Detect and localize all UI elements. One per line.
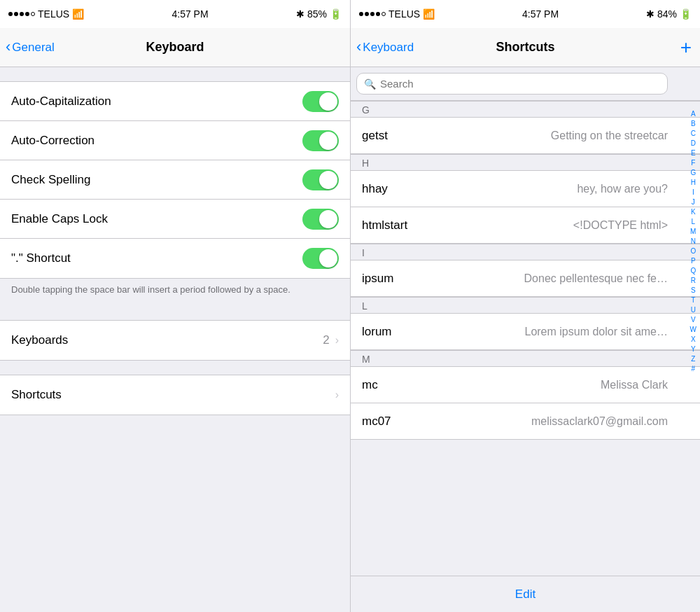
edit-button[interactable]: Edit xyxy=(515,587,536,601)
status-bar-left: TELUS 📶 4:57 PM ✱ 85% 🔋 xyxy=(0,0,350,28)
alpha-letter-U[interactable]: U xyxy=(688,305,699,315)
alpha-letter-O[interactable]: O xyxy=(688,246,699,256)
alpha-letter-B[interactable]: B xyxy=(688,119,699,129)
alpha-letter-X[interactable]: X xyxy=(688,335,699,345)
shortcut-row[interactable]: lorumLorem ipsum dolor sit ame… xyxy=(351,314,700,350)
toggle-check-spelling[interactable] xyxy=(302,169,339,190)
alpha-letter-M[interactable]: M xyxy=(688,227,699,237)
row-caps-lock[interactable]: Enable Caps Lock xyxy=(0,200,350,239)
alpha-letter-N[interactable]: N xyxy=(688,237,699,246)
alphabet-index: ABCDEFGHIJKLMNOPQRSTUVWXYZ# xyxy=(688,109,699,374)
signal-dot-4 xyxy=(25,12,29,16)
alpha-letter-Q[interactable]: Q xyxy=(688,266,699,276)
row-auto-cap[interactable]: Auto-Capitalization xyxy=(0,82,350,121)
alpha-letter-R[interactable]: R xyxy=(688,276,699,286)
shortcut-value: Getting on the streetcar xyxy=(439,130,689,142)
alpha-letter-A[interactable]: A xyxy=(688,109,699,119)
shortcuts-right: › xyxy=(335,389,339,401)
alpha-letter-J[interactable]: J xyxy=(688,197,699,207)
signal-dots xyxy=(8,12,35,16)
back-button-right[interactable]: ‹ Keyboard xyxy=(356,41,414,55)
status-right-right: ✱ 84% 🔋 xyxy=(646,8,692,20)
signal-dot-1 xyxy=(8,12,13,16)
shortcut-row[interactable]: htmlstart<!DOCTYPE html> xyxy=(351,207,700,244)
back-button-left[interactable]: ‹ General xyxy=(6,41,55,55)
toggle-auto-cap[interactable] xyxy=(302,91,339,112)
shortcut-row[interactable]: ipsumDonec pellentesque nec fe… xyxy=(351,260,700,297)
alpha-letter-V[interactable]: V xyxy=(688,315,699,325)
status-left: TELUS 📶 xyxy=(8,8,84,20)
label-shortcuts: Shortcuts xyxy=(11,388,62,402)
signal-dot-2 xyxy=(14,12,18,16)
alpha-letter-Z[interactable]: Z xyxy=(688,354,699,364)
toggle-auto-correct[interactable] xyxy=(302,130,339,151)
shortcut-key: getst xyxy=(362,129,439,143)
alpha-letter-G[interactable]: G xyxy=(688,168,699,178)
wifi-icon-right: 📶 xyxy=(423,8,435,20)
battery-pct-left: 85% xyxy=(307,8,327,20)
section-header-L: L xyxy=(351,297,700,314)
row-keyboards[interactable]: Keyboards 2 › xyxy=(0,321,350,360)
shortcuts-group: Shortcuts › xyxy=(0,375,350,415)
search-input[interactable] xyxy=(380,78,660,90)
signal-dots-right xyxy=(359,12,386,16)
signal-dot-3 xyxy=(20,12,24,16)
shortcut-row[interactable]: getstGetting on the streetcar xyxy=(351,118,700,154)
status-bar-right: TELUS 📶 4:57 PM ✱ 84% 🔋 xyxy=(351,0,700,28)
shortcuts-section: Shortcuts › xyxy=(0,375,350,415)
shortcut-row[interactable]: mc07melissaclark07@gmail.com xyxy=(351,403,700,440)
shortcuts-chevron: › xyxy=(335,389,339,401)
shortcut-key: ipsum xyxy=(362,272,439,286)
alpha-letter-H[interactable]: H xyxy=(688,178,699,188)
alpha-letter-F[interactable]: F xyxy=(688,158,699,168)
nav-bar-right: ‹ Keyboard Shortcuts + xyxy=(351,28,700,67)
label-period-shortcut: "." Shortcut xyxy=(11,251,71,265)
signal-dot-r2 xyxy=(365,12,369,16)
toggles-section: Auto-Capitalization Auto-Correction Chec… xyxy=(0,81,350,306)
shortcuts-list: GgetstGetting on the streetcarHhhayhey, … xyxy=(351,101,700,440)
keyboards-section: Keyboards 2 › xyxy=(0,320,350,361)
alpha-letter-P[interactable]: P xyxy=(688,256,699,266)
signal-dot-r5 xyxy=(382,12,386,16)
add-shortcut-button[interactable]: + xyxy=(680,38,692,57)
search-container: 🔍 xyxy=(351,67,700,101)
shortcut-row[interactable]: mcMelissa Clark xyxy=(351,367,700,403)
shortcut-value: melissaclark07@gmail.com xyxy=(439,415,689,428)
toggles-group: Auto-Capitalization Auto-Correction Chec… xyxy=(0,81,350,279)
row-check-spelling[interactable]: Check Spelling xyxy=(0,160,350,200)
alpha-letter-C[interactable]: C xyxy=(688,129,699,139)
alpha-letter-I[interactable]: I xyxy=(688,188,699,197)
back-label-left: General xyxy=(12,41,54,55)
alpha-letter-Y[interactable]: Y xyxy=(688,345,699,354)
bluetooth-icon-left: ✱ xyxy=(296,8,304,20)
battery-icon-left: 🔋 xyxy=(330,8,342,20)
toggle-caps-lock[interactable] xyxy=(302,209,339,230)
chevron-back-right: ‹ xyxy=(356,39,361,55)
keyboard-panel: TELUS 📶 4:57 PM ✱ 85% 🔋 ‹ General Keyboa… xyxy=(0,0,350,612)
row-auto-correct[interactable]: Auto-Correction xyxy=(0,121,350,160)
search-icon: 🔍 xyxy=(364,78,376,90)
shortcut-row[interactable]: hhayhey, how are you? xyxy=(351,171,700,207)
toggle-period-shortcut[interactable] xyxy=(302,248,339,269)
shortcut-key: lorum xyxy=(362,325,439,339)
alpha-letter-W[interactable]: W xyxy=(688,325,699,335)
section-header-I: I xyxy=(351,244,700,260)
row-period-shortcut[interactable]: "." Shortcut xyxy=(0,239,350,278)
alpha-letter-#[interactable]: # xyxy=(688,364,699,374)
search-box[interactable]: 🔍 xyxy=(356,73,668,95)
alpha-letter-D[interactable]: D xyxy=(688,139,699,148)
row-shortcuts[interactable]: Shortcuts › xyxy=(0,375,350,415)
section-header-H: H xyxy=(351,154,700,171)
period-shortcut-note: Double tapping the space bar will insert… xyxy=(0,279,350,306)
alpha-letter-T[interactable]: T xyxy=(688,295,699,305)
alpha-letter-L[interactable]: L xyxy=(688,217,699,227)
toggle-knob-auto-correct xyxy=(319,132,337,150)
alpha-letter-S[interactable]: S xyxy=(688,286,699,295)
keyboards-chevron: › xyxy=(335,334,339,347)
signal-dot-5 xyxy=(31,12,35,16)
toggle-knob-caps-lock xyxy=(319,210,337,228)
time-left: 4:57 PM xyxy=(172,8,208,20)
battery-icon-right: 🔋 xyxy=(680,8,692,20)
alpha-letter-E[interactable]: E xyxy=(688,148,699,158)
alpha-letter-K[interactable]: K xyxy=(688,207,699,217)
